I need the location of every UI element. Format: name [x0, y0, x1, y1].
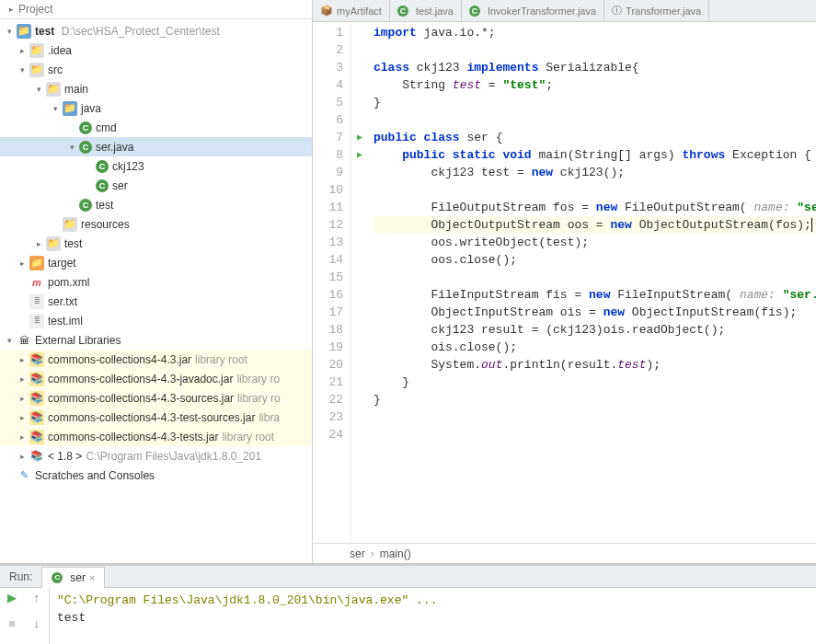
down-button[interactable]: ↓ — [25, 614, 50, 632]
run-label: Run: — [0, 570, 41, 583]
tree-src[interactable]: ▾📁src — [0, 60, 312, 79]
tree-root[interactable]: ▾📁test D:\sec\HSA_Protect_Center\test — [0, 21, 312, 40]
project-label: Project — [18, 3, 52, 16]
tree-main[interactable]: ▾📁main — [0, 79, 312, 98]
scratches-icon: ✎ — [17, 468, 31, 483]
class-icon: C — [469, 6, 480, 17]
folder-icon: 📁 — [46, 82, 61, 97]
tab-transformer[interactable]: ⒾTransformer.java — [604, 0, 709, 21]
tree-ser-txt[interactable]: ≣ser.txt — [0, 292, 312, 311]
tab-test[interactable]: Ctest.java — [390, 0, 462, 21]
breadcrumb-method[interactable]: main() — [380, 547, 411, 560]
tree-resources[interactable]: 📁resources — [0, 214, 312, 234]
tab-myartifact[interactable]: 📦myArtifact — [313, 0, 390, 21]
run-panel: Run: C ser × ▶ ↑ ■ ↓ ⎙ ⇥ "C:\Program Fil… — [0, 563, 816, 644]
class-icon: C — [52, 572, 63, 583]
tree-pom[interactable]: mpom.xml — [0, 272, 312, 292]
jar-icon: 📚 — [29, 391, 44, 406]
editor-tabs: 📦myArtifact Ctest.java CInvokerTransform… — [313, 0, 816, 22]
line-gutter: 1234 5678 9101112 13141516 17181920 2122… — [313, 22, 351, 543]
run-tab[interactable]: C ser × — [41, 567, 105, 588]
tree-ext-lib[interactable]: ▾🏛External Libraries — [0, 330, 312, 350]
tab-invoker[interactable]: CInvokerTransformer.java — [462, 0, 604, 21]
project-tree: ▾📁test D:\sec\HSA_Protect_Center\test ▸📁… — [0, 19, 312, 563]
tree-ckj123[interactable]: Cckj123 — [0, 156, 312, 176]
maven-icon: m — [29, 275, 44, 290]
run-class-icon[interactable]: ▶ — [351, 129, 368, 146]
jar-icon: 📚 — [29, 430, 44, 444]
tree-lib5[interactable]: ▸📚commons-collections4-4.3-tests.jarlibr… — [0, 427, 312, 446]
jar-icon: 📚 — [29, 410, 44, 425]
jar-icon: 📚 — [29, 352, 44, 367]
camera-button[interactable]: ⎙ — [0, 639, 25, 644]
stop-button[interactable]: ■ — [0, 614, 25, 632]
code-editor[interactable]: 1234 5678 9101112 13141516 17181920 2122… — [313, 22, 816, 543]
file-icon: ≣ — [29, 314, 44, 328]
class-icon: C — [96, 179, 109, 192]
tree-ser[interactable]: Cser — [0, 176, 312, 195]
folder-icon: 📁 — [46, 236, 61, 251]
breadcrumb-class[interactable]: ser — [350, 547, 365, 560]
package-icon: 📦 — [320, 5, 333, 17]
rerun-button[interactable]: ▶ — [0, 588, 25, 606]
tree-idea[interactable]: ▸📁.idea — [0, 40, 312, 60]
jar-icon: 📚 — [29, 372, 44, 386]
jdk-icon: 📚 — [29, 449, 44, 464]
tree-scratches[interactable]: ✎Scratches and Consoles — [0, 466, 312, 485]
library-icon: 🏛 — [17, 333, 31, 348]
tree-target[interactable]: ▸📁target — [0, 253, 312, 272]
interface-icon: Ⓘ — [612, 4, 622, 17]
tree-java[interactable]: ▾📁java — [0, 98, 312, 118]
run-toolbar: ▶ ↑ ■ ↓ ⎙ ⇥ — [0, 588, 50, 644]
tree-jdk[interactable]: ▸📚< 1.8 >C:\Program Files\Java\jdk1.8.0_… — [0, 446, 312, 466]
run-main-icon[interactable]: ▶ — [351, 146, 368, 164]
run-header: Run: C ser × — [0, 566, 816, 588]
tree-test-dir[interactable]: ▸📁test — [0, 234, 312, 253]
tree-test-cls[interactable]: Ctest — [0, 195, 312, 214]
run-gutter: ▶ ▶ — [351, 22, 368, 543]
wrap-button[interactable]: ⇥ — [25, 639, 50, 644]
project-sidebar: ▸ Project ▾📁test D:\sec\HSA_Protect_Cent… — [0, 0, 313, 563]
editor-area: 📦myArtifact Ctest.java CInvokerTransform… — [313, 0, 816, 563]
class-icon: C — [79, 199, 92, 212]
sidebar-header: ▸ Project — [0, 0, 312, 19]
class-icon: C — [79, 141, 92, 154]
folder-icon: 📁 — [29, 43, 44, 58]
breadcrumb: ser › main() — [313, 543, 816, 563]
class-icon: C — [397, 6, 408, 17]
run-output[interactable]: "C:\Program Files\Java\jdk1.8.0_201\bin\… — [50, 588, 816, 644]
tree-lib4[interactable]: ▸📚commons-collections4-4.3-test-sources.… — [0, 408, 312, 427]
folder-icon: 📁 — [63, 217, 77, 232]
code-content[interactable]: import java.io.*; class ckj123 implement… — [368, 22, 816, 543]
chevron-right-icon: › — [371, 547, 374, 560]
tree-cmd[interactable]: Ccmd — [0, 118, 312, 137]
up-button[interactable]: ↑ — [25, 588, 50, 606]
close-icon[interactable]: × — [89, 572, 95, 583]
folder-icon: 📁 — [17, 24, 31, 39]
tree-test-iml[interactable]: ≣test.iml — [0, 311, 312, 330]
class-icon: C — [79, 121, 92, 134]
folder-icon: 📁 — [29, 256, 44, 270]
folder-icon: 📁 — [63, 101, 77, 116]
folder-icon: 📁 — [29, 63, 44, 77]
file-icon: ≣ — [29, 294, 44, 309]
tree-lib1[interactable]: ▸📚commons-collections4-4.3.jarlibrary ro… — [0, 350, 312, 369]
class-icon: C — [96, 160, 109, 173]
tree-lib3[interactable]: ▸📚commons-collections4-4.3-sources.jarli… — [0, 388, 312, 408]
tree-ser-java[interactable]: ▾Cser.java — [0, 137, 312, 156]
tree-lib2[interactable]: ▸📚commons-collections4-4.3-javadoc.jarli… — [0, 369, 312, 388]
